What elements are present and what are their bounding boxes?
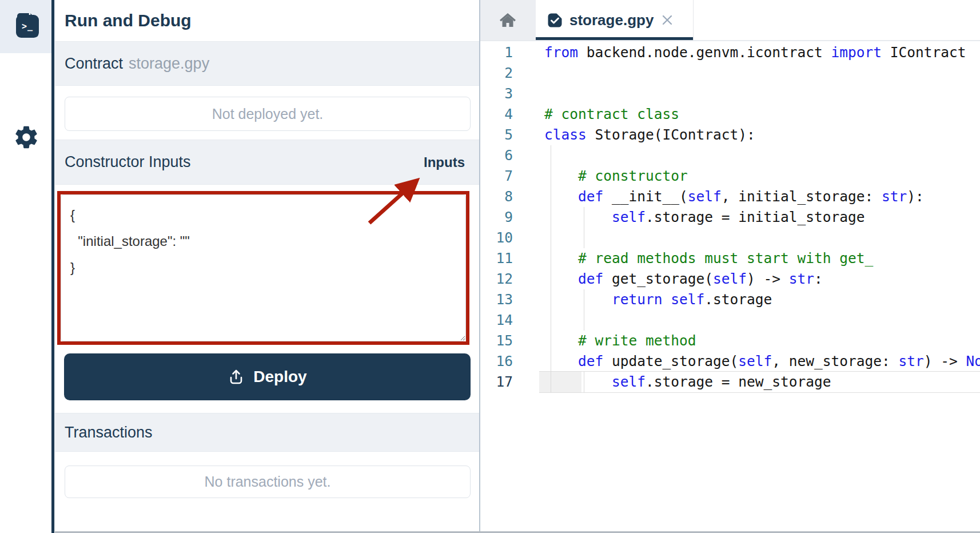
settings-sidebar-button[interactable]	[13, 124, 39, 150]
line-number: 8	[479, 186, 513, 207]
line-number: 1	[479, 42, 513, 63]
code-line-5: 5class Storage(IContract):	[479, 125, 980, 145]
tab-label: storage.gpy	[569, 11, 654, 29]
terminal-icon: >_	[16, 15, 39, 38]
code-line-1: 1from backend.node.genvm.icontract impor…	[479, 42, 980, 63]
code-line-14: 14	[479, 310, 980, 331]
code-line-13: 13 return self.storage	[479, 289, 980, 310]
code-line-15: 15 # write method	[479, 331, 980, 351]
transactions-section-header: Transactions	[55, 413, 479, 452]
code-line-2: 2	[479, 63, 980, 83]
line-number: 6	[479, 145, 513, 166]
line-number: 12	[479, 269, 513, 289]
home-icon	[499, 11, 517, 29]
code-text: def __init__(self, initial_storage: str)…	[544, 186, 924, 207]
line-number: 16	[479, 351, 513, 372]
tab-storage-gpy[interactable]: storage.gpy	[536, 0, 694, 40]
code-line-7: 7 # constructor	[479, 166, 980, 186]
code-line-6: 6	[479, 145, 980, 166]
panel-divider[interactable]	[479, 0, 480, 533]
deploy-button[interactable]: Deploy	[64, 353, 471, 400]
code-line-10: 10	[479, 228, 980, 248]
annotation-highlight-box: { "initial_storage": "" }	[57, 191, 469, 345]
constructor-inputs-label: Constructor Inputs	[65, 153, 191, 171]
code-line-12: 12 def get_storage(self) -> str:	[479, 269, 980, 289]
icon-rail: >_	[0, 0, 55, 533]
code-line-8: 8 def __init__(self, initial_storage: st…	[479, 186, 980, 207]
code-text: return self.storage	[544, 289, 772, 310]
home-tab[interactable]	[479, 0, 536, 40]
active-indicator-bar	[51, 0, 54, 533]
code-text: # read methods must start with get_	[544, 248, 873, 269]
contract-label: Contract	[65, 55, 123, 73]
line-number: 3	[479, 83, 513, 104]
line-number: 11	[479, 248, 513, 269]
line-number: 2	[479, 63, 513, 83]
code-lines[interactable]: 1from backend.node.genvm.icontract impor…	[479, 0, 980, 533]
code-text: def get_storage(self) -> str:	[544, 269, 823, 289]
code-line-9: 9 self.storage = initial_storage	[479, 207, 980, 228]
sidebar-item-run-debug[interactable]: >_	[0, 0, 55, 53]
code-line-16: 16 def update_storage(self, new_storage:…	[479, 351, 980, 372]
code-text: class Storage(IContract):	[544, 125, 755, 145]
line-number: 9	[479, 207, 513, 228]
gear-icon	[13, 124, 39, 150]
close-icon[interactable]	[661, 14, 674, 26]
deploy-button-label: Deploy	[253, 368, 306, 386]
code-text: def update_storage(self, new_storage: st…	[544, 351, 980, 372]
code-text: self.storage = initial_storage	[544, 207, 865, 228]
page-title: Run and Debug	[65, 11, 192, 30]
tab-bar: storage.gpy	[479, 0, 980, 41]
code-line-17: 17 self.storage = new_storage	[479, 372, 980, 392]
transactions-label: Transactions	[65, 424, 153, 441]
deploy-status-text: Not deployed yet.	[212, 106, 324, 122]
line-number: 17	[479, 372, 513, 392]
code-text: from backend.node.genvm.icontract import…	[544, 42, 966, 63]
line-number: 15	[479, 331, 513, 351]
upload-icon	[228, 368, 245, 385]
code-text: self.storage = new_storage	[544, 372, 831, 392]
line-number: 14	[479, 310, 513, 331]
deploy-status-box: Not deployed yet.	[65, 97, 471, 131]
line-number: 4	[479, 104, 513, 125]
contract-section-header: Contract storage.gpy	[55, 41, 479, 86]
code-text: # constructor	[544, 166, 688, 186]
editor-area: 1from backend.node.genvm.icontract impor…	[479, 0, 980, 533]
active-tab-underline	[536, 37, 693, 40]
transactions-empty-text: No transactions yet.	[205, 474, 331, 490]
inputs-tab[interactable]: Inputs	[424, 154, 465, 170]
file-check-icon	[548, 13, 562, 27]
code-line-11: 11 # read methods must start with get_	[479, 248, 980, 269]
contract-filename: storage.gpy	[129, 55, 209, 73]
constructor-section-header: Constructor Inputs Inputs	[55, 140, 479, 185]
code-text: # write method	[544, 331, 696, 351]
line-number: 7	[479, 166, 513, 186]
line-number: 13	[479, 289, 513, 310]
run-debug-panel: Run and Debug Contract storage.gpy Not d…	[55, 0, 479, 533]
line-number: 10	[479, 228, 513, 248]
transactions-empty-box: No transactions yet.	[65, 466, 471, 498]
constructor-inputs-textarea[interactable]: { "initial_storage": "" }	[61, 194, 466, 341]
line-number: 5	[479, 125, 513, 145]
code-line-3: 3	[479, 83, 980, 104]
code-text: # contract class	[544, 104, 679, 125]
code-line-4: 4# contract class	[479, 104, 980, 125]
